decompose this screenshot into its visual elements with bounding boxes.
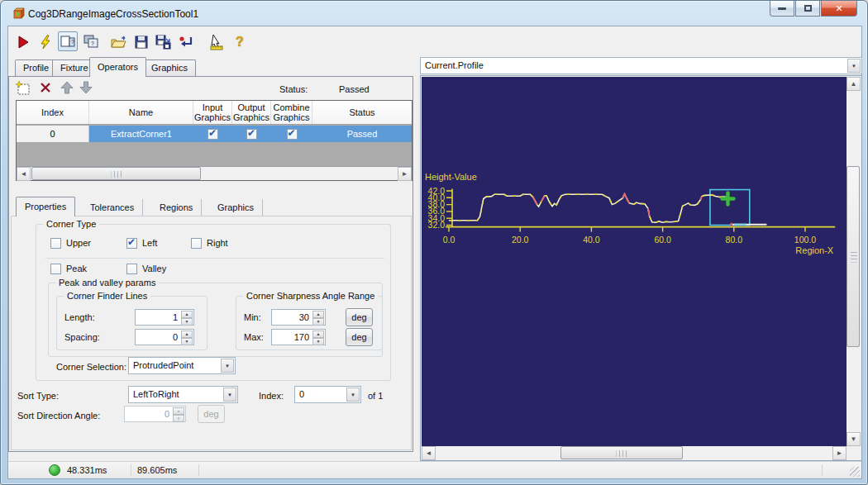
max-deg-button[interactable]: deg [346, 328, 373, 346]
title-bar[interactable]: Cog3DRangeImageCrossSectionTool1 ✕ [1, 1, 867, 26]
max-angle-spinner[interactable]: 170 ▲▼ [271, 329, 326, 345]
new-operator-button[interactable] [16, 81, 31, 97]
window-title: Cog3DRangeImageCrossSectionTool1 [28, 8, 198, 20]
min-deg-button[interactable]: deg [346, 308, 373, 326]
scrollbar-thumb[interactable] [560, 446, 683, 459]
move-up-button[interactable] [60, 81, 74, 96]
svg-text:Height-Value: Height-Value [425, 172, 477, 182]
spin-down-icon[interactable]: ▼ [181, 318, 193, 326]
chevron-down-icon[interactable]: ▼ [346, 388, 360, 402]
spin-up-icon[interactable]: ▲ [312, 311, 324, 318]
save-button[interactable] [131, 33, 151, 51]
column-header-index[interactable]: Index [17, 101, 89, 124]
floating-display-button[interactable]: ? [81, 31, 101, 51]
scrollbar-thumb[interactable] [847, 166, 860, 347]
pointer-ruler-icon [208, 34, 225, 50]
right-checkbox-label: Right [207, 238, 228, 248]
scroll-left-button[interactable]: ◄ [17, 167, 31, 181]
tab-graphics-detail[interactable]: Graphics [209, 199, 263, 216]
table-hscrollbar[interactable]: ◄ ► [17, 166, 412, 180]
spin-up-icon[interactable]: ▲ [181, 330, 193, 338]
scrollbar-thumb[interactable] [31, 167, 201, 180]
valley-checkbox[interactable]: Valley [126, 264, 166, 274]
min-angle-value: 30 [299, 312, 309, 322]
open-file-button[interactable] [109, 33, 129, 51]
column-header-input-graphics[interactable]: Input Graphics [193, 101, 232, 124]
help-button[interactable]: ? [230, 33, 250, 51]
column-header-name[interactable]: Name [89, 101, 193, 124]
spacing-spinner[interactable]: 0 ▲▼ [135, 329, 194, 345]
table-row[interactable]: 0 ExtractCorner1 Passed [17, 126, 412, 142]
chart-hscrollbar[interactable]: ◄ ► [422, 446, 847, 460]
application-window: Cog3DRangeImageCrossSectionTool1 ✕ ? [0, 0, 868, 485]
corner-selection-combo[interactable]: ProtrudedPoint ▼ [128, 357, 236, 374]
sort-type-combo[interactable]: LeftToRight ▼ [128, 386, 238, 403]
spin-down-icon[interactable]: ▼ [312, 318, 324, 326]
scroll-up-button[interactable]: ▲ [847, 77, 861, 91]
tab-graphics[interactable]: Graphics [143, 59, 196, 76]
spin-up-icon[interactable]: ▲ [181, 311, 193, 318]
statusbar-divider [131, 464, 131, 476]
scrollbar-corner [847, 446, 861, 460]
column-header-combine-graphics[interactable]: Combine Graphics [271, 101, 312, 124]
resize-grip[interactable] [850, 467, 860, 477]
maximize-button[interactable] [795, 1, 820, 17]
image-display-button[interactable]: ? [58, 31, 78, 51]
tab-regions[interactable]: Regions [151, 199, 202, 216]
spin-up-icon: ▲ [173, 407, 184, 415]
chart-vscrollbar[interactable]: ▲ ▼ [847, 77, 861, 446]
move-down-button[interactable] [79, 81, 93, 96]
index-combo[interactable]: 0 ▼ [294, 386, 361, 403]
tab-properties[interactable]: Properties [16, 197, 75, 216]
chevron-down-icon[interactable]: ▼ [847, 59, 861, 73]
trigger-button[interactable] [36, 33, 55, 51]
display-selector-combo[interactable]: Current.Profile ▼ [420, 57, 862, 74]
run-icon [16, 35, 31, 50]
save-image-button[interactable] [154, 33, 174, 51]
length-spinner[interactable]: 1 ▲▼ [135, 309, 194, 326]
combine-graphics-checkbox[interactable] [287, 129, 298, 140]
delete-operator-button[interactable] [40, 82, 51, 95]
run-button[interactable] [13, 33, 33, 51]
minimize-button[interactable] [770, 1, 794, 17]
left-checkbox-box[interactable] [126, 238, 137, 249]
input-graphics-checkbox[interactable] [207, 129, 218, 140]
profile-chart[interactable]: 0.020.040.060.080.0100.0Region-X42.040.0… [422, 77, 847, 446]
chevron-down-icon[interactable]: ▼ [223, 388, 236, 402]
scroll-right-button[interactable]: ► [398, 167, 412, 181]
statusbar-divider [198, 464, 199, 476]
peak-checkbox[interactable]: Peak [50, 264, 87, 274]
peak-checkbox-box[interactable] [50, 264, 61, 274]
column-header-output-graphics[interactable]: Output Graphics [232, 101, 271, 124]
output-graphics-checkbox[interactable] [246, 129, 257, 140]
reset-button[interactable] [176, 33, 196, 51]
min-angle-spinner[interactable]: 30 ▲▼ [271, 309, 326, 326]
scroll-left-button[interactable]: ◄ [422, 446, 436, 460]
svg-text:40.0: 40.0 [583, 235, 600, 245]
tab-tolerances[interactable]: Tolerances [82, 199, 143, 216]
scroll-down-button[interactable]: ▼ [847, 432, 861, 446]
svg-text:20.0: 20.0 [512, 235, 529, 245]
close-button[interactable]: ✕ [821, 1, 857, 17]
operators-page: Status: Passed Index Name Input Graphics… [8, 76, 413, 452]
column-header-status[interactable]: Status [312, 101, 412, 124]
spin-down-icon[interactable]: ▼ [181, 338, 193, 345]
scroll-right-button[interactable]: ► [832, 446, 847, 460]
chevron-down-icon[interactable]: ▼ [221, 359, 234, 373]
upper-checkbox-box[interactable] [50, 238, 61, 249]
valley-checkbox-box[interactable] [126, 264, 137, 274]
spin-down-icon[interactable]: ▼ [312, 338, 324, 345]
pointer-ruler-button[interactable] [207, 33, 227, 51]
upper-checkbox[interactable]: Upper [50, 238, 91, 249]
execution-time: 48.331ms [67, 465, 107, 475]
right-checkbox[interactable]: Right [191, 238, 228, 249]
spin-up-icon[interactable]: ▲ [312, 330, 324, 338]
left-checkbox[interactable]: Left [126, 238, 157, 249]
svg-text:Region-X: Region-X [795, 245, 834, 255]
tab-operators[interactable]: Operators [89, 57, 146, 77]
tab-label: Graphics [151, 63, 188, 73]
lightning-icon [38, 35, 53, 50]
tab-profile[interactable]: Profile [15, 59, 57, 76]
svg-text:?: ? [91, 40, 94, 46]
right-checkbox-box[interactable] [191, 238, 202, 249]
